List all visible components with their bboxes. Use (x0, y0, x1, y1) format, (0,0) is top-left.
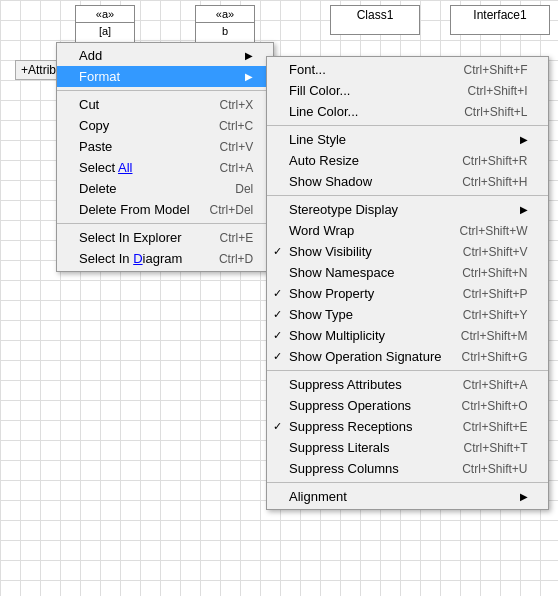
menu-item-fill-color[interactable]: Fill Color... Ctrl+Shift+I (267, 80, 548, 101)
menu-item-line-color[interactable]: Line Color... Ctrl+Shift+L (267, 101, 548, 122)
menu-item-suppress-attributes[interactable]: Suppress Attributes Ctrl+Shift+A (267, 374, 548, 395)
submenu-arrow-format: ▶ (245, 71, 253, 82)
menu-item-show-type[interactable]: ✓ Show Type Ctrl+Shift+Y (267, 304, 548, 325)
menu-item-format[interactable]: Format ▶ (57, 66, 273, 87)
menu-item-line-style[interactable]: Line Style ▶ (267, 129, 548, 150)
menu-item-select-all[interactable]: Select All Ctrl+A (57, 157, 273, 178)
attrib-button: +Attrib (15, 60, 62, 80)
menu-item-suppress-columns[interactable]: Suppress Columns Ctrl+Shift+U (267, 458, 548, 479)
menu-item-suppress-operations[interactable]: Suppress Operations Ctrl+Shift+O (267, 395, 548, 416)
check-show-property: ✓ (273, 287, 282, 300)
context-menu-format: Font... Ctrl+Shift+F Fill Color... Ctrl+… (266, 56, 549, 510)
menu-item-show-namespace[interactable]: Show Namespace Ctrl+Shift+N (267, 262, 548, 283)
menu-item-add[interactable]: Add ▶ (57, 45, 273, 66)
separator-f4 (267, 482, 548, 483)
menu-item-font[interactable]: Font... Ctrl+Shift+F (267, 59, 548, 80)
menu-item-cut[interactable]: Cut Ctrl+X (57, 94, 273, 115)
menu-item-select-in-explorer[interactable]: Select In Explorer Ctrl+E (57, 227, 273, 248)
menu-item-show-shadow[interactable]: Show Shadow Ctrl+Shift+H (267, 171, 548, 192)
submenu-arrow-line-style: ▶ (520, 134, 528, 145)
menu-item-select-in-diagram[interactable]: Select In Diagram Ctrl+D (57, 248, 273, 269)
menu-item-alignment[interactable]: Alignment ▶ (267, 486, 548, 507)
submenu-arrow-add: ▶ (245, 50, 253, 61)
context-menu-main: Add ▶ Format ▶ Cut Ctrl+X Copy Ctrl+C Pa… (56, 42, 274, 272)
check-show-type: ✓ (273, 308, 282, 321)
menu-item-paste[interactable]: Paste Ctrl+V (57, 136, 273, 157)
check-show-visibility: ✓ (273, 245, 282, 258)
check-show-multiplicity: ✓ (273, 329, 282, 342)
menu-item-auto-resize[interactable]: Auto Resize Ctrl+Shift+R (267, 150, 548, 171)
separator-f1 (267, 125, 548, 126)
separator-2 (57, 223, 273, 224)
menu-item-word-wrap[interactable]: Word Wrap Ctrl+Shift+W (267, 220, 548, 241)
check-suppress-receptions: ✓ (273, 420, 282, 433)
menu-item-show-property[interactable]: ✓ Show Property Ctrl+Shift+P (267, 283, 548, 304)
uml-class-3: Class1 (330, 5, 420, 35)
menu-item-suppress-literals[interactable]: Suppress Literals Ctrl+Shift+T (267, 437, 548, 458)
separator-f2 (267, 195, 548, 196)
menu-item-delete[interactable]: Delete Del (57, 178, 273, 199)
check-show-operation-signature: ✓ (273, 350, 282, 363)
menu-item-show-visibility[interactable]: ✓ Show Visibility Ctrl+Shift+V (267, 241, 548, 262)
submenu-arrow-stereotype: ▶ (520, 204, 528, 215)
uml-class-4: Interface1 (450, 5, 550, 35)
separator-f3 (267, 370, 548, 371)
menu-item-stereotype-display[interactable]: Stereotype Display ▶ (267, 199, 548, 220)
submenu-arrow-alignment: ▶ (520, 491, 528, 502)
menu-item-show-multiplicity[interactable]: ✓ Show Multiplicity Ctrl+Shift+M (267, 325, 548, 346)
menu-item-delete-from-model[interactable]: Delete From Model Ctrl+Del (57, 199, 273, 220)
menu-item-suppress-receptions[interactable]: ✓ Suppress Receptions Ctrl+Shift+E (267, 416, 548, 437)
menu-item-show-operation-signature[interactable]: ✓ Show Operation Signature Ctrl+Shift+G (267, 346, 548, 367)
separator-1 (57, 90, 273, 91)
menu-item-copy[interactable]: Copy Ctrl+C (57, 115, 273, 136)
